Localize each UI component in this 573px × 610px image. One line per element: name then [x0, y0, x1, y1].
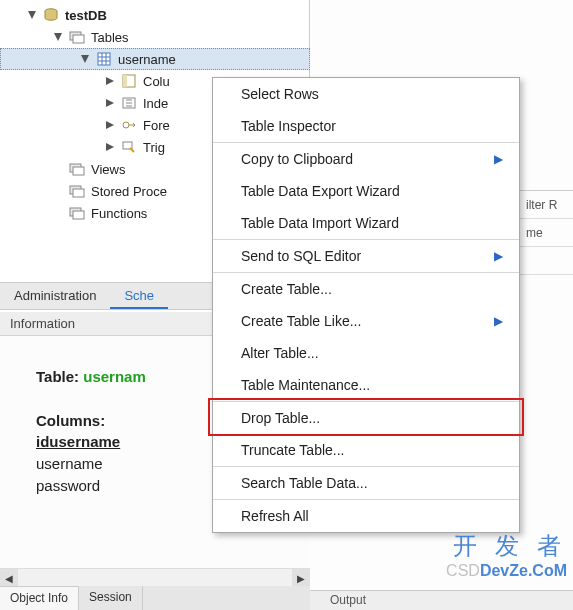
- menu-item-label: Table Data Import Wizard: [241, 215, 399, 231]
- storedproc-icon: [68, 182, 86, 200]
- svg-marker-16: [106, 121, 114, 129]
- info-table-value: usernam: [83, 368, 146, 385]
- svg-rect-23: [73, 189, 84, 197]
- col-header-fragment[interactable]: me: [520, 219, 573, 247]
- svg-rect-25: [73, 211, 84, 219]
- views-icon: [68, 160, 86, 178]
- context-menu: Select RowsTable InspectorCopy to Clipbo…: [212, 77, 520, 533]
- triggers-icon: [120, 138, 138, 156]
- menu-item-copy-clip[interactable]: Copy to Clipboard▶: [213, 143, 519, 175]
- menu-item-alter-table[interactable]: Alter Table...: [213, 337, 519, 369]
- indexes-icon: [120, 94, 138, 112]
- svg-marker-2: [54, 33, 62, 41]
- selected-table-name: username: [118, 52, 176, 67]
- foreignkeys-label: Fore: [143, 118, 170, 133]
- submenu-arrow-icon: ▶: [494, 314, 503, 328]
- submenu-arrow-icon: ▶: [494, 249, 503, 263]
- collapse-toggle-icon[interactable]: [104, 141, 116, 153]
- svg-point-17: [123, 122, 129, 128]
- menu-item-label: Table Maintenance...: [241, 377, 370, 393]
- tables-folder-icon: [68, 28, 86, 46]
- scroll-track[interactable]: [18, 569, 292, 586]
- scroll-left-icon[interactable]: ◀: [0, 569, 18, 587]
- menu-item-search-data[interactable]: Search Table Data...: [213, 467, 519, 499]
- menu-item-maintenance[interactable]: Table Maintenance...: [213, 369, 519, 401]
- database-icon: [42, 6, 60, 24]
- svg-marker-0: [28, 11, 36, 19]
- menu-item-label: Create Table Like...: [241, 313, 361, 329]
- tree-db-node[interactable]: testDB: [0, 4, 310, 26]
- svg-marker-18: [106, 143, 114, 151]
- svg-rect-21: [73, 167, 84, 175]
- columns-label: Colu: [143, 74, 170, 89]
- menu-item-label: Search Table Data...: [241, 475, 368, 491]
- tab-schemas[interactable]: Sche: [110, 283, 168, 309]
- menu-item-create-table[interactable]: Create Table...: [213, 273, 519, 305]
- tab-session[interactable]: Session: [79, 586, 143, 610]
- tab-object-info[interactable]: Object Info: [0, 586, 79, 610]
- menu-item-import-wiz[interactable]: Table Data Import Wizard: [213, 207, 519, 239]
- menu-item-drop-table[interactable]: Drop Table...: [213, 402, 519, 434]
- collapse-toggle-icon[interactable]: [104, 119, 116, 131]
- result-grid-fragment: ilter R me: [520, 190, 573, 350]
- tree-tables-node[interactable]: Tables: [0, 26, 310, 48]
- svg-rect-6: [98, 53, 110, 65]
- expand-toggle-icon[interactable]: [52, 31, 64, 43]
- db-name: testDB: [65, 8, 107, 23]
- info-table-label: Table:: [36, 368, 83, 385]
- expand-toggle-icon[interactable]: [26, 9, 38, 21]
- menu-item-label: Table Inspector: [241, 118, 336, 134]
- output-header[interactable]: Output: [310, 590, 573, 610]
- svg-rect-13: [123, 75, 127, 87]
- menu-item-refresh-all[interactable]: Refresh All: [213, 500, 519, 532]
- menu-item-label: Truncate Table...: [241, 442, 345, 458]
- grid-cell[interactable]: [520, 247, 573, 275]
- menu-item-create-like[interactable]: Create Table Like...▶: [213, 305, 519, 337]
- horizontal-scrollbar[interactable]: ◀ ▶: [0, 568, 310, 586]
- svg-marker-5: [81, 55, 89, 63]
- tables-label: Tables: [91, 30, 129, 45]
- menu-item-label: Copy to Clipboard: [241, 151, 353, 167]
- menu-item-send-sql[interactable]: Send to SQL Editor▶: [213, 240, 519, 272]
- tree-table-selected[interactable]: username: [0, 48, 310, 70]
- menu-item-select-rows[interactable]: Select Rows: [213, 78, 519, 110]
- menu-item-label: Drop Table...: [241, 410, 320, 426]
- svg-marker-14: [106, 99, 114, 107]
- menu-item-export-wiz[interactable]: Table Data Export Wizard: [213, 175, 519, 207]
- menu-item-label: Create Table...: [241, 281, 332, 297]
- menu-item-label: Send to SQL Editor: [241, 248, 361, 264]
- functions-icon: [68, 204, 86, 222]
- table-icon: [95, 50, 113, 68]
- storedproc-label: Stored Proce: [91, 184, 167, 199]
- menu-item-label: Refresh All: [241, 508, 309, 524]
- collapse-toggle-icon[interactable]: [104, 97, 116, 109]
- tab-administration[interactable]: Administration: [0, 283, 110, 309]
- functions-label: Functions: [91, 206, 147, 221]
- menu-item-label: Table Data Export Wizard: [241, 183, 400, 199]
- collapse-toggle-icon[interactable]: [104, 75, 116, 87]
- menu-item-table-inspector[interactable]: Table Inspector: [213, 110, 519, 142]
- svg-marker-11: [106, 77, 114, 85]
- menu-item-label: Select Rows: [241, 86, 319, 102]
- info-tabs: Object Info Session: [0, 586, 310, 610]
- foreignkey-icon: [120, 116, 138, 134]
- indexes-label: Inde: [143, 96, 168, 111]
- triggers-label: Trig: [143, 140, 165, 155]
- menu-item-label: Alter Table...: [241, 345, 319, 361]
- views-label: Views: [91, 162, 125, 177]
- scroll-right-icon[interactable]: ▶: [292, 569, 310, 587]
- info-header-label: Information: [10, 316, 75, 331]
- submenu-arrow-icon: ▶: [494, 152, 503, 166]
- menu-item-truncate-table[interactable]: Truncate Table...: [213, 434, 519, 466]
- filter-row[interactable]: ilter R: [520, 191, 573, 219]
- expand-toggle-icon[interactable]: [79, 53, 91, 65]
- columns-icon: [120, 72, 138, 90]
- svg-rect-4: [73, 35, 84, 43]
